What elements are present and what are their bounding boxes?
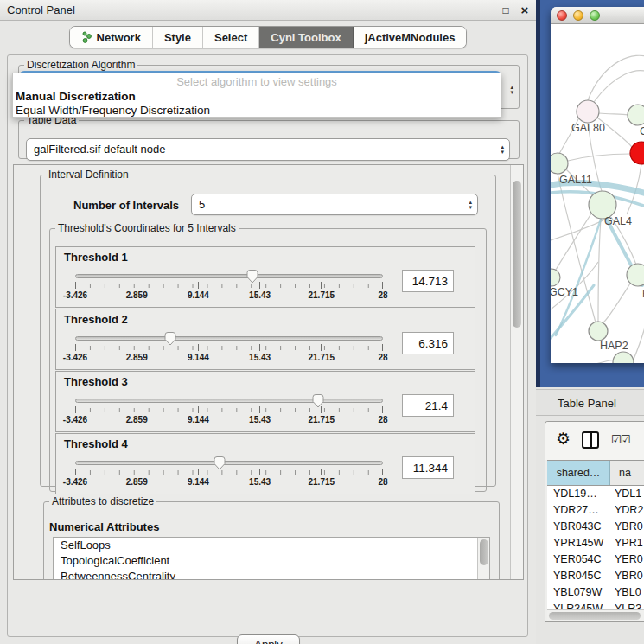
tab-style[interactable]: Style xyxy=(153,27,203,48)
network-window-titlebar[interactable] xyxy=(551,7,644,24)
cell-shared-name[interactable]: YBR045C xyxy=(547,568,610,584)
slider-handle-icon[interactable] xyxy=(245,269,259,284)
cell-name[interactable]: YLR3 xyxy=(610,601,644,609)
discretization-algorithm-label: Discretization Algorithm xyxy=(24,59,137,71)
cell-shared-name[interactable]: YBL079W xyxy=(547,584,610,601)
slider-handle-icon[interactable] xyxy=(213,456,226,470)
slider-handle-icon[interactable] xyxy=(163,331,177,346)
column-header-shared-name[interactable]: shared… xyxy=(547,461,610,485)
tab-network[interactable]: Network xyxy=(70,27,153,48)
threshold-title: Threshold 2 xyxy=(64,313,128,326)
table-row[interactable]: YER054CYER0 xyxy=(547,552,644,568)
table-row[interactable]: YDL19…YDL1 xyxy=(547,486,644,502)
table-hscrollbar-thumb[interactable] xyxy=(549,612,641,620)
threshold-value-field[interactable] xyxy=(402,270,454,292)
cell-shared-name[interactable]: YLR345W xyxy=(547,601,610,609)
table-panel-footer-area xyxy=(536,622,644,644)
network-node-gal80[interactable] xyxy=(577,100,599,123)
number-of-intervals-value: 5 xyxy=(192,194,477,214)
threshold-value-field[interactable] xyxy=(402,456,454,479)
table-row[interactable]: YBR043CYBR0 xyxy=(547,519,644,535)
threshold-slider[interactable]: -3.4262.8599.14415.4321.71528 xyxy=(75,330,383,368)
cell-shared-name[interactable]: YPR145W xyxy=(547,535,610,552)
table-row[interactable]: YDR27…YDR2 xyxy=(547,502,644,519)
table-data-combobox[interactable]: galFiltered.sif default node ▴▾ xyxy=(26,138,510,161)
threshold-slider[interactable]: -3.4262.8599.14415.4321.71528 xyxy=(75,392,383,430)
algorithm-option[interactable]: Equal Width/Frequency Discretization xyxy=(16,104,498,117)
table-row[interactable]: YPR145WYPR1 xyxy=(547,535,644,552)
algorithm-placeholder-option[interactable]: Select algorithm to view settings xyxy=(13,75,501,88)
thresholds-group: Threshold's Coordinates for 5 Intervals … xyxy=(49,222,487,492)
select-columns-icon[interactable]: ☑☑ xyxy=(611,433,629,446)
list-scrollbar[interactable] xyxy=(477,538,489,580)
attribute-list-item[interactable]: TopologicalCoefficient xyxy=(54,553,489,569)
list-scrollbar-thumb[interactable] xyxy=(480,539,488,565)
cell-name[interactable]: YDL1 xyxy=(610,486,644,502)
network-node-hap2[interactable] xyxy=(589,322,608,341)
cell-name[interactable]: YBL0 xyxy=(610,584,644,601)
slider-scale-labels: -3.4262.8599.14415.4321.71528 xyxy=(75,415,383,425)
slider-track[interactable] xyxy=(75,461,383,465)
scale-tick-label: 15.43 xyxy=(249,353,271,362)
tab-select[interactable]: Select xyxy=(203,27,259,48)
cell-name[interactable]: YPR1 xyxy=(610,535,644,552)
cell-shared-name[interactable]: YDL19… xyxy=(547,486,610,502)
table-horizontal-scrollbar[interactable] xyxy=(547,609,644,621)
table-header-row: shared… na xyxy=(547,460,644,486)
table-data-group: Table Data galFiltered.sif default node … xyxy=(18,114,520,159)
network-node-c[interactable] xyxy=(630,142,644,164)
tab-label: jActiveMNodules xyxy=(365,31,456,44)
cell-shared-name[interactable]: YDR27… xyxy=(547,502,610,519)
close-window-icon[interactable]: × xyxy=(517,0,532,21)
table-row[interactable]: YBR045CYBR0 xyxy=(547,568,644,584)
scale-tick-label: 9.144 xyxy=(188,415,209,424)
close-traffic-light-icon[interactable] xyxy=(557,10,567,21)
number-of-intervals-combobox[interactable]: 5 ▴▾ xyxy=(191,194,478,215)
minimize-traffic-light-icon[interactable] xyxy=(573,10,583,21)
table-row[interactable]: YLR345WYLR3 xyxy=(547,601,644,609)
table-row[interactable]: YBL079WYBL0 xyxy=(547,584,644,601)
threshold-value-field[interactable] xyxy=(402,332,454,354)
cell-shared-name[interactable]: YER054C xyxy=(547,552,610,568)
settings-scrollbar[interactable] xyxy=(510,165,523,579)
threshold-slider[interactable]: -3.4262.8599.14415.4321.71528 xyxy=(75,455,383,493)
tab-cyni-toolbox[interactable]: Cyni Toolbox xyxy=(259,27,353,48)
network-node-gcy1[interactable] xyxy=(551,269,560,286)
cell-name[interactable]: YBR0 xyxy=(610,519,644,535)
cell-name[interactable]: YBR0 xyxy=(610,568,644,584)
slider-track[interactable] xyxy=(75,399,383,403)
algorithm-option[interactable]: Manual Discretization xyxy=(16,90,498,103)
network-node-gal11[interactable] xyxy=(551,153,568,174)
scale-tick-label: 9.144 xyxy=(188,290,209,300)
gear-icon[interactable]: ⚙ xyxy=(556,429,571,449)
slider-track[interactable] xyxy=(75,336,383,341)
columns-icon[interactable] xyxy=(582,431,599,449)
apply-button[interactable]: Apply xyxy=(237,634,300,644)
numerical-attributes-list[interactable]: SelfLoopsTopologicalCoefficientBetweenne… xyxy=(53,537,490,580)
slider-handle-icon[interactable] xyxy=(311,393,325,408)
slider-scale-labels: -3.4262.8599.14415.4321.71528 xyxy=(75,353,383,363)
zoom-traffic-light-icon[interactable] xyxy=(590,10,600,21)
tab-label: Network xyxy=(97,31,141,44)
network-node-h[interactable] xyxy=(627,264,644,286)
network-node-ga[interactable] xyxy=(628,105,644,125)
attribute-list-item[interactable]: SelfLoops xyxy=(54,538,489,553)
settings-scrollbar-thumb[interactable] xyxy=(513,181,521,328)
network-node[interactable] xyxy=(613,352,634,363)
slider-track[interactable] xyxy=(75,274,383,278)
cell-name[interactable]: YDR2 xyxy=(610,502,644,519)
table-data-value: galFiltered.sif default node xyxy=(27,139,509,159)
cell-shared-name[interactable]: YBR043C xyxy=(547,519,610,535)
threshold-value-field[interactable] xyxy=(402,394,454,417)
network-view-frame: GAL80GACGAL11GAL4GCY1HHAP2 xyxy=(536,0,644,387)
threshold-slider[interactable]: -3.4262.8599.14415.4321.71528 xyxy=(75,268,383,306)
network-graph[interactable]: GAL80GACGAL11GAL4GCY1HHAP2 xyxy=(551,24,644,363)
cell-name[interactable]: YER0 xyxy=(610,552,644,568)
float-window-icon[interactable]: □ xyxy=(498,0,513,21)
attribute-list-item[interactable]: BetweennessCentrality xyxy=(54,569,489,580)
combo-stepper-icon: ▴▾ xyxy=(510,85,513,95)
table-panel: ⚙ ☑☑ shared… na YDL19…YDL1YDR27…YDR2YBR0… xyxy=(545,421,644,622)
tab-jactivemnodules[interactable]: jActiveMNodules xyxy=(354,27,467,48)
scale-tick-label: 28 xyxy=(378,290,387,300)
column-header-name[interactable]: na xyxy=(610,461,644,485)
